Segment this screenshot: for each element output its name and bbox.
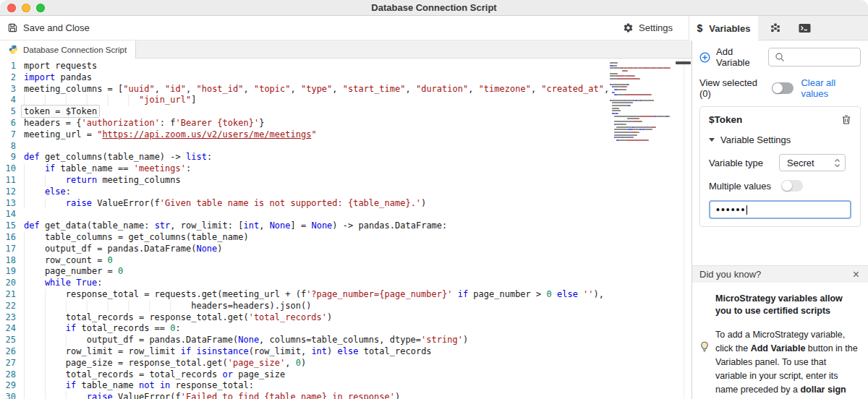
code-line: 13raise ValueError(f'Given table name is… bbox=[0, 198, 692, 210]
code-line: 6headers = {'authorization': f'Bearer {t… bbox=[0, 118, 692, 129]
code-line: 2import pandas bbox=[0, 72, 692, 84]
code-lines: 1mport requests2import pandas3meeting_co… bbox=[0, 61, 692, 399]
text-cursor bbox=[746, 205, 747, 215]
code-line: 17output_df = pandas.DataFrame(None) bbox=[0, 244, 692, 255]
multiple-values-label: Multiple values bbox=[709, 181, 771, 192]
editor-tabbar: Database Connection Script bbox=[0, 40, 692, 59]
add-variable-label: Add Variable bbox=[716, 46, 768, 68]
editor-scrollbar[interactable] bbox=[684, 59, 692, 399]
plus-circle-icon bbox=[699, 52, 710, 63]
secret-value-input[interactable]: •••••• bbox=[709, 200, 851, 219]
code-line: 15def get_data(table_name: str, row_limi… bbox=[0, 220, 692, 232]
settings-label: Settings bbox=[639, 22, 673, 33]
main-area: Database Connection Script 1mport reques… bbox=[0, 40, 868, 399]
did-you-know-title: Did you know? bbox=[699, 269, 761, 280]
add-variable-button[interactable]: Add Variable bbox=[699, 46, 768, 68]
settings-button[interactable]: Settings bbox=[614, 16, 689, 40]
zoom-window-button[interactable] bbox=[36, 4, 45, 12]
titlebar: Database Connection Script bbox=[0, 0, 868, 16]
variable-search-input[interactable] bbox=[768, 48, 861, 66]
dollar-icon: $ bbox=[697, 22, 703, 34]
editor-column: Database Connection Script 1mport reques… bbox=[0, 40, 692, 399]
code-line: 11return meeting_columns bbox=[0, 175, 692, 186]
tab-database-connection-script[interactable]: Database Connection Script bbox=[0, 40, 136, 59]
tip-paragraphs: To add a MicroStrategy variable, click t… bbox=[715, 328, 859, 399]
gear-icon bbox=[623, 22, 634, 33]
view-selected-label: View selected (0) bbox=[699, 77, 766, 99]
code-line: 25output_df = pandas.DataFrame(None, col… bbox=[0, 335, 692, 346]
variable-settings-label: Variable Settings bbox=[720, 134, 791, 145]
save-icon bbox=[7, 22, 18, 33]
code-line: 8 bbox=[0, 141, 692, 153]
code-line: 10if table_name == 'meetings': bbox=[0, 163, 692, 175]
variable-settings-collapse[interactable]: Variable Settings bbox=[709, 134, 851, 145]
code-line: 30raise ValueError(f'Failed to find {tab… bbox=[0, 392, 692, 399]
code-line: 4"join_url"] bbox=[0, 95, 692, 106]
tab-title: Database Connection Script bbox=[23, 46, 127, 54]
code-line: 3meeting_columns = ["uuid", "id", "host_… bbox=[0, 84, 692, 95]
code-line: 22headers=headers).json() bbox=[0, 301, 692, 312]
up-down-chevrons-icon bbox=[834, 158, 841, 168]
variable-type-label: Variable type bbox=[709, 158, 763, 168]
save-and-close-label: Save and Close bbox=[23, 22, 90, 33]
code-line: 29if table_name not in response_total: bbox=[0, 380, 692, 392]
packages-icon[interactable] bbox=[770, 22, 781, 34]
minimize-window-button[interactable] bbox=[22, 4, 30, 12]
code-line: 24if total_records == 0: bbox=[0, 323, 692, 335]
code-line: 14 bbox=[0, 209, 692, 220]
tab-variables[interactable]: $ Variables bbox=[689, 16, 758, 40]
multiple-values-toggle[interactable] bbox=[781, 180, 803, 192]
code-line: 28total_records = total_records or page_… bbox=[0, 369, 692, 381]
toolbar: Save and Close Settings $ Variables bbox=[0, 16, 868, 40]
tip-title: MicroStrategy variables allow you to use… bbox=[715, 293, 859, 317]
window-title: Database Connection Script bbox=[371, 2, 496, 13]
variable-card: $Token Variable Settings Variable type S… bbox=[699, 106, 861, 227]
code-line: 5token = $Token bbox=[0, 106, 692, 118]
code-line: 27page_size = response_total.get('page_s… bbox=[0, 358, 692, 369]
lightbulb-icon bbox=[699, 294, 710, 399]
code-line: 26row_limit = row_limit if isinstance(ro… bbox=[0, 346, 692, 358]
search-icon bbox=[775, 52, 785, 62]
variables-label: Variables bbox=[709, 23, 750, 34]
code-line: 7meeting_url = "https://api.zoom.us/v2/u… bbox=[0, 129, 692, 141]
close-window-button[interactable] bbox=[7, 4, 16, 12]
view-selected-toggle[interactable] bbox=[772, 82, 793, 94]
minimap[interactable] bbox=[610, 62, 677, 142]
code-line: 20while True: bbox=[0, 278, 692, 289]
toolbar-right-icons bbox=[758, 16, 868, 40]
code-line: 1mport requests bbox=[0, 61, 692, 72]
traffic-lights bbox=[7, 4, 45, 12]
code-line: 18row_count = 0 bbox=[0, 255, 692, 267]
code-line: 23total_records = response_total.get('to… bbox=[0, 312, 692, 324]
variable-name: $Token bbox=[709, 114, 742, 125]
scrollbar-thumb[interactable] bbox=[676, 61, 691, 64]
triangle-down-icon bbox=[709, 138, 715, 142]
code-line: 12else: bbox=[0, 186, 692, 198]
variable-type-value: Secret bbox=[787, 158, 814, 168]
code-line: 16table_columns = get_columns(table_name… bbox=[0, 232, 692, 244]
save-and-close-button[interactable]: Save and Close bbox=[0, 16, 614, 40]
secret-value: •••••• bbox=[716, 206, 746, 213]
code-editor[interactable]: 1mport requests2import pandas3meeting_co… bbox=[0, 59, 692, 399]
app-window: Database Connection Script Save and Clos… bbox=[0, 0, 868, 399]
variable-type-select[interactable]: Secret bbox=[779, 154, 846, 171]
console-icon[interactable] bbox=[799, 23, 811, 33]
code-line: 9def get_columns(table_name) -> list: bbox=[0, 152, 692, 163]
python-icon bbox=[9, 45, 18, 54]
code-line: 19page_number = 0 bbox=[0, 266, 692, 278]
variables-panel: Add Variable View selected (0) Clear all… bbox=[692, 40, 868, 399]
did-you-know-section: Did you know? × MicroStrategy variables … bbox=[692, 265, 868, 399]
clear-all-values-link[interactable]: Clear all values bbox=[801, 77, 861, 99]
close-icon[interactable]: × bbox=[853, 269, 859, 280]
code-line: 21response_total = requests.get(meeting_… bbox=[0, 289, 692, 301]
trash-icon[interactable] bbox=[841, 114, 851, 125]
